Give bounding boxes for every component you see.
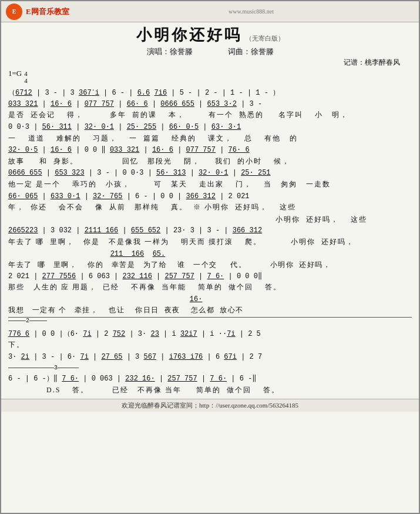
lyric-5: 他一定 是一个 乖巧的 小孩， 可 某天 走出家 门， 当 匆匆 一走数 — [8, 179, 412, 190]
score-row-6: 66· 065 | 633 0·1 | 32· 765 | 6 - | 0 0 … — [8, 191, 412, 213]
singer-label: 演唱： — [147, 46, 170, 57]
score-notation-9: —————2————— 776 6 | 0 0 |（6· 7i | 2 752 … — [8, 318, 412, 339]
score-notation-7: 2665223 | 3 032 | 2111 166 | 655 652 | 2… — [8, 225, 412, 236]
notation-label: 记谱： — [344, 58, 365, 68]
song-title: 小明你还好吗 — [136, 26, 242, 44]
score-notation-11: —————————————3—————— 6 - | 6 -）‖ 7 6· | … — [8, 362, 412, 384]
main-content: 小明你还好吗（无寄白版） 演唱： 徐誉滕 词曲： 徐誉滕 记谱： 桃李醉春风 1… — [1, 22, 419, 399]
score-row-1: （6712 | 3 - | 3 367·i | 6 - | 6.6 7i6 | … — [8, 86, 412, 99]
score-row-11: —————————————3—————— 6 - | 6 -）‖ 7 6· | … — [8, 362, 412, 395]
footer-text: 欢迎光临醉春风记谱室间；http：//user.qzone.qq.com/563… — [122, 402, 298, 409]
lyric-8b: 我想 一定有 个 牵挂， 也让 你日日 夜夜 怎么都 放心不 — [8, 305, 412, 316]
lyricist-label: 词曲： — [228, 46, 251, 57]
website: www.music888.net — [88, 8, 414, 15]
score-notation-8b: 16· — [8, 294, 412, 305]
lyric-7: 年去了 哪 里啊， 你是 不是像我 一样为 明天而 摸打滚 爬。 小明你 还好吗… — [8, 236, 412, 248]
score-notation-6: 66· 065 | 633 0·1 | 32· 765 | 6 - | 0 0 … — [8, 191, 412, 202]
score-notation-2: 033 321 | 16· 6 | 077 757 | 66· 6 | 0666… — [8, 99, 412, 110]
meta-row2: 记谱： 桃李醉春风 — [8, 58, 412, 68]
score-row-10: 3· 2i | 3 - | 6· 7i | 27 65 | 3 567 | i7… — [8, 352, 412, 363]
score-row-5: 0666 655 | 653 323 | 3 - | 0 0·3 | 56· 3… — [8, 168, 412, 189]
song-title-area: 小明你还好吗（无寄白版） — [8, 25, 412, 45]
key: 1=G — [8, 69, 22, 78]
key-time: 1=G 4 4 — [8, 69, 412, 84]
lyric-6: 年， 你还 会不会 像 从前 那样纯 真。 ※ 小明你 还好吗， 这些 — [8, 202, 412, 213]
score-notation-7b: 211 166 65. — [8, 249, 412, 260]
score-row-3: 0 0·3 | 56· 311 | 32· 0·1 | 25· 255 | 66… — [8, 122, 412, 143]
lyric-11: D.S 答。 已经 不再像 当年 简单的 做个回 答。 — [8, 385, 412, 396]
lyric-2: 是否 还会记 得， 多年 前的课 本， 有一个 熟悉的 名字叫 小 明， — [8, 109, 412, 121]
logo-text: E网音乐教室 — [26, 6, 69, 17]
lyric-9: 下。 — [8, 339, 412, 351]
footer: 欢迎光临醉春风记谱室间；http：//user.qzone.qq.com/563… — [1, 399, 419, 412]
notator: 桃李醉春风 — [365, 58, 400, 68]
score-notation-1: （6712 | 3 - | 3 367·i | 6 - | 6.6 7i6 | … — [8, 86, 412, 99]
lyric-3: 一 道道 难解的 习题， 一 篇篇 经典的 课文， 总 有他 的 — [8, 133, 412, 144]
lyricist: 徐誉滕 — [251, 46, 274, 57]
meta-row1: 演唱： 徐誉滕 词曲： 徐誉滕 — [8, 46, 412, 57]
score-row-2: 033 321 | 16· 6 | 077 757 | 66· 6 | 0666… — [8, 99, 412, 121]
score-notation-5: 0666 655 | 653 323 | 3 - | 0 0·3 | 56· 3… — [8, 168, 412, 179]
score-row-4: 32· 0·5 | 16· 6 | 0 0 ‖ 033 321 | 16· 6 … — [8, 145, 412, 166]
logo-icon: E — [6, 4, 22, 20]
lyric-4: 故事 和 身影。 回忆 那段光 阴， 我们 的小时 候， — [8, 156, 412, 167]
score-content: （6712 | 3 - | 3 367·i | 6 - | 6.6 7i6 | … — [8, 86, 412, 395]
singer: 徐誉滕 — [170, 46, 193, 57]
score-row-7: 2665223 | 3 032 | 2111 166 | 655 652 | 2… — [8, 225, 412, 247]
song-subtitle: （无寄白版） — [246, 35, 284, 42]
score-notation-8: 2 021 | 277 7556 | 6 063 | 232 116 | 257… — [8, 271, 412, 282]
score-notation-10: 3· 2i | 3 - | 6· 7i | 27 65 | 3 567 | i7… — [8, 352, 412, 363]
time-sig: 4 4 — [24, 70, 28, 84]
header: E E网音乐教室 www.music888.net — [1, 1, 419, 22]
logo-area: E E网音乐教室 — [6, 4, 88, 20]
score-notation-4: 32· 0·5 | 16· 6 | 0 0 ‖ 033 321 | 16· 6 … — [8, 145, 412, 156]
lyric-7b: 年去了 哪 里啊， 你的 幸苦是 为了给 谁 一个交 代。 小明你 还好吗， — [8, 259, 412, 271]
score-row-9: —————2————— 776 6 | 0 0 |（6· 7i | 2 752 … — [8, 317, 412, 351]
score-row-8: 2 021 | 277 7556 | 6 063 | 232 116 | 257… — [8, 271, 412, 293]
score-notation-3: 0 0·3 | 56· 311 | 32· 0·1 | 25· 255 | 66… — [8, 122, 412, 133]
lyric-6b: 小明你 还好吗， 这些 — [184, 214, 412, 225]
lyric-8: 那些 人生的 应 用题， 已经 不再像 当年能 简单的 做个回 答。 — [8, 282, 412, 293]
